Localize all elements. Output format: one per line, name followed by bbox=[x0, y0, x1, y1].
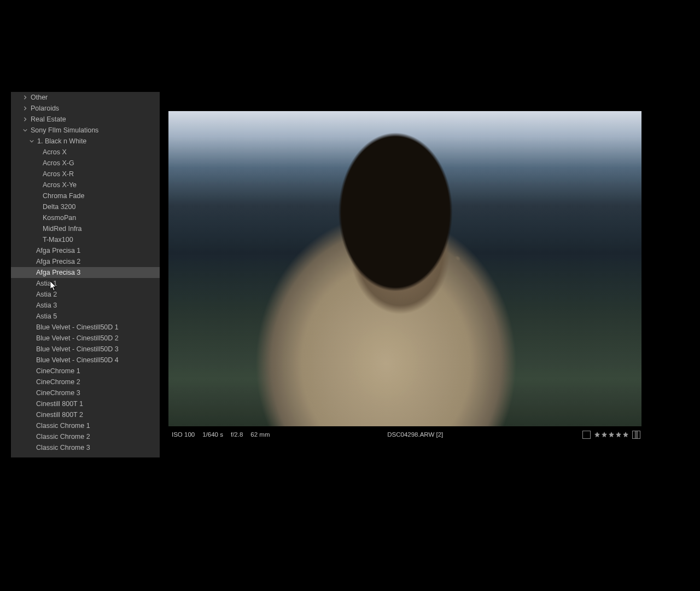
preset-folder[interactable]: Polaroids bbox=[11, 103, 160, 114]
star-icon[interactable] bbox=[615, 431, 622, 438]
star-icon[interactable] bbox=[601, 431, 608, 438]
preset-folder[interactable]: 1. Black n White bbox=[11, 136, 160, 147]
preset-item[interactable]: Blue Velvet - Cinestill50D 4 bbox=[11, 355, 160, 366]
preset-item[interactable]: Astia 3 bbox=[11, 300, 160, 311]
preset-item[interactable]: Afga Precisa 2 bbox=[11, 256, 160, 267]
row-label: KosmoPan bbox=[43, 212, 76, 223]
row-label: Acros X-Ye bbox=[43, 179, 77, 190]
preset-item[interactable]: Chroma Fade bbox=[11, 190, 160, 201]
rating-stars[interactable] bbox=[594, 431, 629, 438]
preset-item[interactable]: Afga Precisa 1 bbox=[11, 245, 160, 256]
flag-icon[interactable] bbox=[582, 431, 591, 439]
row-label: Astia 3 bbox=[36, 300, 57, 311]
row-label: Real Estate bbox=[31, 114, 66, 125]
preset-item[interactable]: Acros X-Ye bbox=[11, 179, 160, 190]
row-label: Blue Velvet - Cinestill50D 4 bbox=[36, 355, 119, 366]
preset-item[interactable]: Acros X bbox=[11, 147, 160, 158]
color-label-icon[interactable] bbox=[632, 431, 640, 439]
row-label: Cinestill 800T 1 bbox=[36, 398, 83, 409]
exif-focal: 62 mm bbox=[250, 431, 270, 438]
preset-item[interactable]: Acros X-G bbox=[11, 158, 160, 169]
chevron-down-icon[interactable] bbox=[28, 138, 35, 144]
row-label: CineChrome 1 bbox=[36, 366, 80, 376]
preset-item[interactable]: Classic Chrome 3 bbox=[11, 442, 160, 453]
row-label: MidRed Infra bbox=[43, 223, 82, 234]
row-label: Cinestill 800T 2 bbox=[36, 409, 83, 420]
exif-shutter: 1/640 s bbox=[202, 431, 223, 438]
row-label: Blue Velvet - Cinestill50D 2 bbox=[36, 333, 119, 344]
exif-aperture: f/2.8 bbox=[231, 431, 243, 438]
info-bar: ISO 100 1/640 s f/2.8 62 mm DSC04298.ARW… bbox=[168, 429, 641, 440]
row-label: Acros X bbox=[43, 147, 67, 158]
row-label: Sony FIlm Simulations bbox=[31, 125, 98, 136]
preset-item[interactable]: Acros X-R bbox=[11, 169, 160, 179]
image-preview[interactable] bbox=[168, 111, 641, 426]
preset-item[interactable]: Afga Precisa 3 bbox=[11, 267, 160, 278]
row-label: Polaroids bbox=[31, 103, 59, 114]
preset-folder[interactable]: Sony FIlm Simulations bbox=[11, 125, 160, 136]
row-label: Blue Velvet - Cinestill50D 1 bbox=[36, 322, 119, 333]
preset-item[interactable]: Classic Chrome 2 bbox=[11, 431, 160, 442]
preset-item[interactable]: T-Max100 bbox=[11, 234, 160, 245]
chevron-down-icon[interactable] bbox=[22, 127, 28, 134]
star-icon[interactable] bbox=[594, 431, 600, 438]
preset-item[interactable]: CineChrome 2 bbox=[11, 376, 160, 387]
preset-folder[interactable]: Other bbox=[11, 92, 160, 103]
row-label: Astia 1 bbox=[36, 278, 57, 289]
row-label: Chroma Fade bbox=[43, 190, 84, 201]
row-label: Afga Precisa 1 bbox=[36, 245, 80, 256]
preset-item[interactable]: Astia 2 bbox=[11, 289, 160, 300]
row-label: CineChrome 2 bbox=[36, 376, 80, 387]
filename-label: DSC04298.ARW [2] bbox=[387, 431, 443, 438]
preset-item[interactable]: Classic Chrome 1 bbox=[11, 420, 160, 431]
preview-photo bbox=[168, 111, 641, 426]
preset-folder[interactable]: Real Estate bbox=[11, 114, 160, 125]
row-label: CineChrome 3 bbox=[36, 387, 80, 398]
row-label: Delta 3200 bbox=[43, 201, 75, 212]
row-label: Afga Precisa 3 bbox=[36, 267, 80, 278]
row-label: Acros X-G bbox=[43, 158, 74, 169]
row-label: Astia 5 bbox=[36, 311, 57, 322]
row-label: Classic Chrome 1 bbox=[36, 420, 90, 431]
preset-item[interactable]: Blue Velvet - Cinestill50D 2 bbox=[11, 333, 160, 344]
row-label: Astia 2 bbox=[36, 289, 57, 300]
preset-item[interactable]: Astia 5 bbox=[11, 311, 160, 322]
chevron-right-icon[interactable] bbox=[22, 94, 28, 101]
row-label: Other bbox=[31, 92, 48, 103]
row-label: Classic Chrome 3 bbox=[36, 442, 90, 453]
preset-item[interactable]: Astia 1 bbox=[11, 278, 160, 289]
preset-item[interactable]: Cinestill 800T 1 bbox=[11, 398, 160, 409]
preset-item[interactable]: Cinestill 800T 2 bbox=[11, 409, 160, 420]
chevron-right-icon[interactable] bbox=[22, 105, 28, 112]
row-label: Acros X-R bbox=[43, 169, 74, 179]
row-label: Afga Precisa 2 bbox=[36, 256, 80, 267]
preset-item[interactable]: CineChrome 1 bbox=[11, 366, 160, 376]
star-icon[interactable] bbox=[622, 431, 629, 438]
preset-item[interactable]: MidRed Infra bbox=[11, 223, 160, 234]
row-label: Blue Velvet - Cinestill50D 3 bbox=[36, 344, 119, 355]
chevron-right-icon[interactable] bbox=[22, 116, 28, 123]
preset-item[interactable]: CineChrome 3 bbox=[11, 387, 160, 398]
preset-item[interactable]: KosmoPan bbox=[11, 212, 160, 223]
preset-item[interactable]: Delta 3200 bbox=[11, 201, 160, 212]
preset-sidebar: OtherPolaroidsReal EstateSony FIlm Simul… bbox=[11, 92, 160, 457]
row-label: Classic Chrome 2 bbox=[36, 431, 90, 442]
row-label: 1. Black n White bbox=[37, 136, 86, 147]
star-icon[interactable] bbox=[608, 431, 615, 438]
row-label: T-Max100 bbox=[43, 234, 73, 245]
preset-item[interactable]: Blue Velvet - Cinestill50D 1 bbox=[11, 322, 160, 333]
exif-iso: ISO 100 bbox=[172, 431, 195, 438]
preset-item[interactable]: Blue Velvet - Cinestill50D 3 bbox=[11, 344, 160, 355]
